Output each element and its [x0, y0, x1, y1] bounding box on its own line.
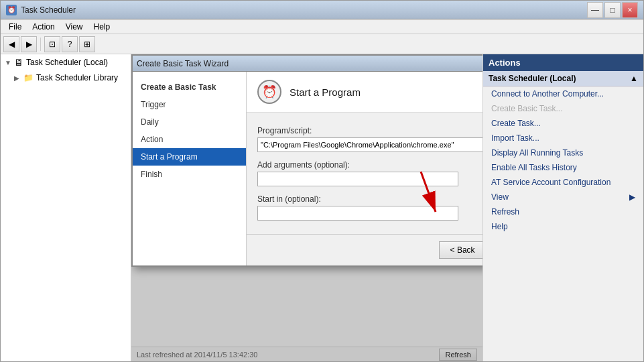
wizard-body: Program/script: Browse... Add arguments … [247, 113, 482, 234]
right-panel: Actions Task Scheduler (Local) ▲ Connect… [482, 54, 643, 361]
action-display-running[interactable]: Display All Running Tasks [483, 145, 643, 160]
center-panel: Task Scheduler Summary (Last refreshed: … [131, 54, 482, 361]
tree-item-root[interactable]: ▼ 🖥 Task Scheduler (Local) [1, 54, 131, 70]
program-input-row: Browse... [257, 137, 482, 152]
startin-input[interactable] [257, 206, 458, 221]
toolbar: ◀ ▶ ⊡ ? ⊞ [1, 34, 643, 54]
menu-view[interactable]: View [60, 21, 88, 33]
expand-icon-library: ▶ [14, 74, 22, 82]
actions-section-label: Task Scheduler (Local) [489, 74, 576, 83]
wizard-step-create-header: Create a Basic Task [133, 78, 246, 96]
menu-action[interactable]: Action [27, 21, 60, 33]
wizard-title: Create Basic Task Wizard [137, 59, 482, 68]
app-icon: ⏰ [6, 5, 17, 15]
wizard-step-header-area: ⏰ Start a Program [247, 72, 482, 113]
program-label: Program/script: [257, 126, 482, 135]
action-view[interactable]: View ▶ [483, 190, 643, 204]
action-create-basic: Create Basic Task... [483, 101, 643, 116]
actions-collapse-icon[interactable]: ▲ [630, 74, 638, 83]
wizard-step-icon: ⏰ [257, 80, 281, 104]
args-input[interactable] [257, 172, 458, 186]
program-script-row: Program/script: Browse... [257, 126, 482, 152]
main-window: ⏰ Task Scheduler — □ × File Action View … [0, 0, 644, 362]
show-button[interactable]: ⊞ [79, 36, 95, 52]
menu-file[interactable]: File [3, 21, 27, 33]
wizard-step-finish[interactable]: Finish [133, 166, 246, 183]
action-refresh[interactable]: Refresh [483, 204, 643, 219]
forward-button[interactable]: ▶ [21, 36, 37, 52]
wizard-step-action[interactable]: Action [133, 131, 246, 148]
action-enable-history[interactable]: Enable All Tasks History [483, 160, 643, 175]
title-bar: ⏰ Task Scheduler — □ × [1, 1, 643, 19]
wizard-step-daily[interactable]: Daily [133, 113, 246, 131]
main-content: ▼ 🖥 Task Scheduler (Local) ▶ 📁 Task Sche… [1, 54, 643, 361]
tree-item-library[interactable]: ▶ 📁 Task Scheduler Library [1, 70, 131, 85]
startin-label: Start in (optional): [257, 194, 482, 204]
maximize-button[interactable]: □ [604, 2, 621, 18]
menu-bar: File Action View Help [1, 19, 643, 34]
wizard-overlay: Create Basic Task Wizard × Create a Basi… [131, 54, 482, 361]
computer-icon: 🖥 [14, 57, 23, 68]
folder-icon: 📁 [23, 73, 34, 82]
startin-row: Start in (optional): [257, 194, 482, 221]
wizard-dialog: Create Basic Task Wizard × Create a Basi… [131, 54, 482, 267]
action-help[interactable]: Help [483, 219, 643, 234]
actions-header: Actions [483, 54, 643, 71]
args-row: Add arguments (optional): [257, 160, 482, 186]
action-at-service[interactable]: AT Service Account Configuration [483, 175, 643, 190]
wizard-step-title: Start a Program [289, 86, 361, 98]
args-label: Add arguments (optional): [257, 160, 482, 170]
back-button[interactable]: < Back [439, 241, 482, 259]
toolbar-separator [40, 38, 41, 51]
actions-section-title: Task Scheduler (Local) ▲ [483, 71, 643, 86]
tree-child-label: Task Scheduler Library [36, 73, 118, 82]
wizard-steps: Create a Basic Task Trigger Daily Action… [133, 72, 247, 265]
help-button[interactable]: ? [62, 36, 78, 52]
wizard-step-start-program[interactable]: Start a Program [133, 148, 246, 166]
left-panel: ▼ 🖥 Task Scheduler (Local) ▶ 📁 Task Sche… [1, 54, 131, 361]
action-connect[interactable]: Connect to Another Computer... [483, 86, 643, 101]
expand-icon: ▼ [5, 59, 13, 66]
menu-help[interactable]: Help [88, 21, 116, 33]
minimize-button[interactable]: — [587, 2, 603, 18]
window-controls: — □ × [587, 2, 638, 18]
action-view-label: View [491, 192, 509, 202]
action-create-task[interactable]: Create Task... [483, 116, 643, 131]
clock-icon: ⏰ [262, 84, 277, 99]
wizard-content: Create a Basic Task Trigger Daily Action… [133, 72, 482, 265]
action-view-arrow: ▶ [629, 192, 635, 202]
wizard-step-trigger[interactable]: Trigger [133, 96, 246, 113]
close-button[interactable]: × [622, 2, 638, 18]
program-input[interactable] [257, 137, 482, 152]
tree-root-label: Task Scheduler (Local) [26, 58, 108, 67]
up-button[interactable]: ⊡ [44, 36, 60, 52]
action-import[interactable]: Import Task... [483, 131, 643, 145]
back-button[interactable]: ◀ [3, 36, 19, 52]
wizard-title-bar: Create Basic Task Wizard × [133, 56, 482, 72]
wizard-main: ⏰ Start a Program Program/script: [247, 72, 482, 265]
window-title: Task Scheduler [21, 5, 587, 15]
wizard-footer: < Back Next > Cancel [247, 234, 482, 265]
